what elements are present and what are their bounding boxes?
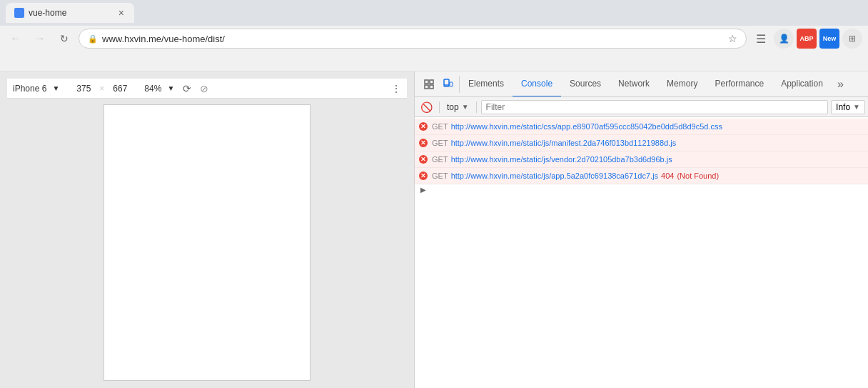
status-text-4: (Not Found) (677, 169, 719, 182)
method-2: GET (432, 136, 448, 149)
error-icon-1: ✕ (418, 121, 429, 132)
entry-url-3[interactable]: http://www.hxvin.me/static/js/vendor.2d7… (451, 153, 672, 166)
forward-icon: → (34, 32, 46, 45)
bookmark-star-icon[interactable]: ☆ (728, 33, 737, 44)
tab-application-label: Application (781, 79, 823, 89)
status-code-4: 404 (661, 169, 674, 182)
back-button[interactable]: ← (6, 29, 26, 49)
forward-button[interactable]: → (30, 29, 50, 49)
tab-title: vue-home (29, 8, 113, 18)
log-level-label: Info (836, 102, 850, 112)
entry-url-2[interactable]: http://www.hxvin.me/static/js/manifest.2… (451, 136, 677, 149)
rotate-button[interactable]: ⟳ (183, 83, 191, 94)
tab-favicon (14, 8, 24, 18)
tab-bar: vue-home × (0, 0, 868, 26)
console-entry-3: ✕ GET http://www.hxvin.me/static/js/vend… (415, 151, 868, 168)
url-text: www.hxvin.me/vue-home/dist/ (102, 34, 724, 44)
svg-rect-2 (425, 85, 428, 89)
device-zoom: 84% (144, 84, 161, 94)
error-circle-2: ✕ (419, 139, 428, 147)
devtools-toolbar: 🚫 top ▼ Info ▼ (415, 97, 868, 117)
tab-console[interactable]: Console (513, 71, 561, 97)
zoom-dropdown-button[interactable]: ▼ (167, 84, 174, 92)
device-dropdown-button[interactable]: ▼ (52, 84, 59, 92)
devtools-panel: Elements Console Sources Network Memory … (414, 71, 868, 388)
inspect-icon[interactable] (420, 76, 438, 93)
filter-input[interactable] (481, 100, 828, 114)
tab-memory-label: Memory (667, 79, 697, 89)
reload-icon: ↻ (60, 33, 69, 44)
tab-network-label: Network (618, 79, 650, 89)
device-more-button[interactable]: ⋮ (391, 83, 401, 94)
tab-console-label: Console (521, 79, 552, 89)
method-1: GET (432, 120, 448, 133)
more-tabs-icon: » (837, 78, 844, 91)
error-icon-2: ✕ (418, 137, 429, 149)
tab-memory[interactable]: Memory (658, 71, 706, 97)
phone-frame (104, 104, 311, 381)
expand-row[interactable]: ▶ (415, 184, 868, 195)
devtools-tabs: Elements Console Sources Network Memory … (415, 71, 868, 97)
toolbar-icons: ☰ 👤 ABP New ⊞ (751, 29, 862, 49)
tab-application[interactable]: Application (772, 71, 832, 97)
console-entry-1: ✕ GET http://www.hxvin.me/static/css/app… (415, 119, 868, 135)
new-icon[interactable]: New (819, 29, 839, 49)
main-area: iPhone 6 ▼ 375 × 667 84% ▼ ⟳ ⊘ ⋮ (0, 71, 868, 388)
abp-icon[interactable]: ABP (797, 29, 817, 49)
device-icon[interactable] (439, 76, 456, 93)
console-entry-2: ✕ GET http://www.hxvin.me/static/js/mani… (415, 135, 868, 151)
error-icon-4: ✕ (418, 170, 429, 181)
clear-console-button[interactable]: 🚫 (418, 99, 435, 116)
browser-chrome: vue-home × ← → ↻ 🔒 www.hxvin.me/vue-home… (0, 0, 868, 71)
context-label: top (447, 102, 459, 112)
svg-rect-3 (430, 85, 433, 89)
devtools-icon-tabs (418, 76, 460, 93)
tab-close-button[interactable]: × (117, 7, 126, 19)
context-arrow-icon: ▼ (462, 103, 469, 111)
entry-url-1[interactable]: http://www.hxvin.me/static/css/app.e8907… (451, 120, 722, 133)
svg-rect-0 (425, 80, 428, 84)
address-bar: ← → ↻ 🔒 www.hxvin.me/vue-home/dist/ ☆ ☰ … (0, 26, 868, 51)
tab-network[interactable]: Network (610, 71, 658, 97)
toolbar-separator2 (476, 101, 477, 113)
entry-url-4[interactable]: http://www.hxvin.me/static/js/app.5a2a0f… (451, 169, 658, 182)
console-entry-4: ✕ GET http://www.hxvin.me/static/js/app.… (415, 168, 868, 184)
method-4: GET (432, 169, 448, 182)
context-selector[interactable]: top ▼ (444, 102, 472, 112)
devtools-more-tabs-button[interactable]: » (832, 71, 849, 97)
url-bar[interactable]: 🔒 www.hxvin.me/vue-home/dist/ ☆ (79, 29, 747, 49)
toolbar-separator (439, 101, 440, 113)
device-toolbar: iPhone 6 ▼ 375 × 667 84% ▼ ⟳ ⊘ ⋮ (7, 79, 407, 99)
lock-icon: 🔒 (88, 34, 98, 44)
devtools-content: ✕ GET http://www.hxvin.me/static/css/app… (415, 117, 868, 388)
tab-sources-label: Sources (570, 79, 601, 89)
tab-elements-label: Elements (468, 79, 504, 89)
tab-performance-label: Performance (715, 79, 764, 89)
no-entry-icon: 🚫 (420, 101, 433, 113)
device-width: 375 (76, 84, 91, 94)
error-circle-3: ✕ (419, 155, 428, 164)
user-icon[interactable]: 👤 (774, 29, 794, 49)
method-3: GET (432, 153, 448, 166)
browser-tab[interactable]: vue-home × (6, 3, 134, 23)
size-separator: × (99, 84, 104, 94)
device-height: 667 (113, 84, 127, 94)
page-viewport: iPhone 6 ▼ 375 × 667 84% ▼ ⟳ ⊘ ⋮ (0, 71, 414, 388)
tab-sources[interactable]: Sources (561, 71, 610, 97)
device-name: iPhone 6 (13, 84, 46, 94)
tab-elements[interactable]: Elements (460, 71, 513, 97)
qr-icon[interactable]: ⊞ (842, 29, 862, 49)
expand-icon: ▶ (420, 186, 426, 194)
bookmark-bar (0, 51, 868, 71)
tab-performance[interactable]: Performance (706, 71, 772, 97)
no-touch-button[interactable]: ⊘ (200, 83, 208, 94)
reload-button[interactable]: ↻ (54, 29, 74, 49)
error-icon-3: ✕ (418, 154, 429, 165)
log-level-selector[interactable]: Info ▼ (831, 100, 865, 114)
svg-rect-6 (450, 82, 453, 86)
error-circle-1: ✕ (419, 122, 428, 131)
back-icon: ← (10, 32, 21, 45)
chrome-menu-icon[interactable]: ☰ (751, 29, 771, 49)
log-level-arrow-icon: ▼ (853, 103, 860, 111)
svg-rect-1 (430, 80, 433, 84)
